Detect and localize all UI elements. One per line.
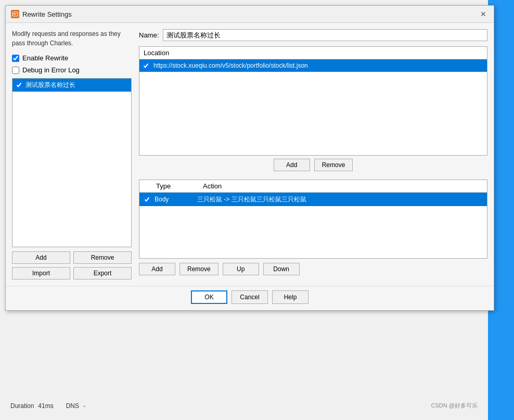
rules-down-button[interactable]: Down [263, 263, 300, 275]
ok-button[interactable]: OK [191, 290, 227, 304]
left-add-button[interactable]: Add [12, 251, 70, 264]
rules-header: Type Action [139, 180, 487, 193]
rule-name: 测试股票名称过长 [25, 81, 75, 90]
name-label: Name: [139, 31, 159, 39]
location-table: Location https://stock.xueqiu.com/v5/sto… [139, 46, 487, 156]
svg-rect-0 [12, 12, 18, 16]
location-row[interactable]: https://stock.xueqiu.com/v5/stock/portfo… [139, 59, 487, 72]
left-remove-button[interactable]: Remove [73, 251, 132, 264]
rules-remove-button[interactable]: Remove [179, 263, 219, 275]
action-column-header: Action [203, 182, 483, 190]
left-buttons-grid: Add Remove Import Export [12, 251, 132, 279]
action-cell: 三只松鼠 -> 三只松鼠三只松鼠三只松鼠 [197, 195, 483, 204]
bottom-bar: Duration 41ms DNS - CSDN @好多可乐 [0, 391, 488, 420]
rules-section: Type Action Body 三只松鼠 -> 三只松鼠三只松鼠三只松鼠 Ad… [139, 180, 487, 279]
rules-table: Type Action Body 三只松鼠 -> 三只松鼠三只松鼠三只松鼠 [139, 180, 487, 259]
name-input[interactable] [163, 29, 487, 41]
right-panel: Name: Location https://stock.xueqiu.com/… [139, 29, 487, 279]
rule-list[interactable]: 测试股票名称过长 [12, 78, 132, 247]
location-checkbox[interactable] [143, 62, 149, 69]
type-column-header: Type [156, 182, 203, 190]
dialog-footer: OK Cancel Help [6, 286, 494, 310]
location-empty [139, 72, 487, 155]
bottom-value-dns: - [83, 402, 85, 410]
rule-checkbox[interactable] [16, 82, 22, 88]
left-panel: Modify requests and responses as they pa… [12, 29, 132, 279]
enable-rewrite-row[interactable]: Enable Rewrite [12, 54, 132, 62]
debug-error-row[interactable]: Debug in Error Log [12, 66, 132, 74]
dialog-body: Modify requests and responses as they pa… [6, 23, 494, 286]
dialog-icon [11, 10, 19, 18]
bottom-label-dns: DNS [66, 402, 79, 410]
dialog-titlebar: Rewrite Settings ✕ [6, 6, 494, 23]
bottom-value-duration: 41ms [38, 402, 53, 410]
dialog-title: Rewrite Settings [22, 10, 72, 18]
help-button[interactable]: Help [272, 290, 309, 304]
type-cell: Body [155, 196, 197, 203]
rules-up-button[interactable]: Up [223, 263, 259, 275]
title-left: Rewrite Settings [11, 10, 72, 18]
rewrite-settings-dialog: Rewrite Settings ✕ Modify requests and r… [5, 5, 494, 311]
list-item[interactable]: 测试股票名称过长 [12, 79, 131, 92]
bottom-credit: CSDN @好多可乐 [431, 402, 478, 410]
location-section: Location https://stock.xueqiu.com/v5/sto… [139, 46, 487, 174]
description-text: Modify requests and responses as they pa… [12, 29, 132, 48]
location-header: Location [139, 47, 487, 59]
close-button[interactable]: ✕ [478, 9, 489, 19]
rules-add-button[interactable]: Add [139, 263, 175, 275]
location-buttons: Add Remove [139, 156, 487, 174]
debug-error-label: Debug in Error Log [22, 66, 80, 74]
left-export-button[interactable]: Export [73, 267, 132, 279]
rules-row[interactable]: Body 三只松鼠 -> 三只松鼠三只松鼠三只松鼠 [139, 193, 487, 206]
location-add-button[interactable]: Add [274, 159, 310, 171]
enable-rewrite-checkbox[interactable] [12, 55, 19, 62]
rules-checkbox[interactable] [144, 196, 150, 203]
location-remove-button[interactable]: Remove [314, 159, 353, 171]
bottom-label-duration: Duration [10, 402, 34, 410]
rules-empty [139, 206, 487, 258]
location-url: https://stock.xueqiu.com/v5/stock/portfo… [153, 62, 308, 69]
name-row: Name: [139, 29, 487, 41]
rules-buttons: Add Remove Up Down [139, 259, 487, 279]
cancel-button[interactable]: Cancel [232, 290, 268, 304]
enable-rewrite-label: Enable Rewrite [22, 54, 68, 62]
left-import-button[interactable]: Import [12, 267, 70, 279]
debug-error-checkbox[interactable] [12, 67, 19, 74]
